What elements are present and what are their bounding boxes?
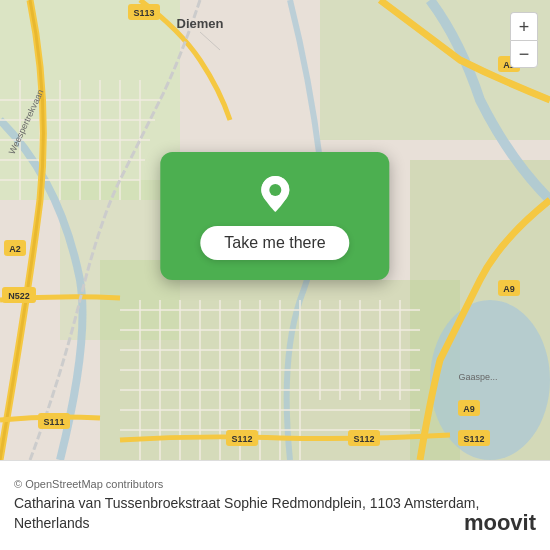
map-container[interactable]: S113 S112 S112 S112 S111 A2 A9 A9 A1 N52…	[0, 0, 550, 460]
zoom-in-button[interactable]: +	[510, 12, 538, 40]
moovit-logo: moovit	[464, 510, 536, 536]
svg-text:S113: S113	[133, 8, 154, 18]
svg-text:A2: A2	[9, 244, 21, 254]
svg-text:S112: S112	[231, 434, 252, 444]
map-card: Take me there	[160, 152, 389, 280]
moovit-text: moovit	[464, 510, 536, 535]
svg-text:Gaaspe...: Gaaspe...	[458, 372, 497, 382]
svg-text:S112: S112	[353, 434, 374, 444]
address-text: Catharina van Tussenbroekstraat Sophie R…	[14, 494, 536, 533]
svg-text:S112: S112	[463, 434, 484, 444]
take-me-there-button[interactable]: Take me there	[200, 226, 349, 260]
svg-text:A9: A9	[463, 404, 475, 414]
zoom-controls: + −	[510, 12, 538, 68]
footer: © OpenStreetMap contributors Catharina v…	[0, 460, 550, 550]
take-me-there-container: Take me there	[160, 152, 389, 280]
osm-credit: © OpenStreetMap contributors	[14, 478, 536, 490]
location-pin-icon	[253, 172, 297, 216]
zoom-out-button[interactable]: −	[510, 40, 538, 68]
svg-text:S111: S111	[43, 417, 64, 427]
svg-point-66	[269, 184, 281, 196]
svg-text:Diemen: Diemen	[177, 16, 224, 31]
svg-text:A9: A9	[503, 284, 515, 294]
svg-text:N522: N522	[8, 291, 30, 301]
